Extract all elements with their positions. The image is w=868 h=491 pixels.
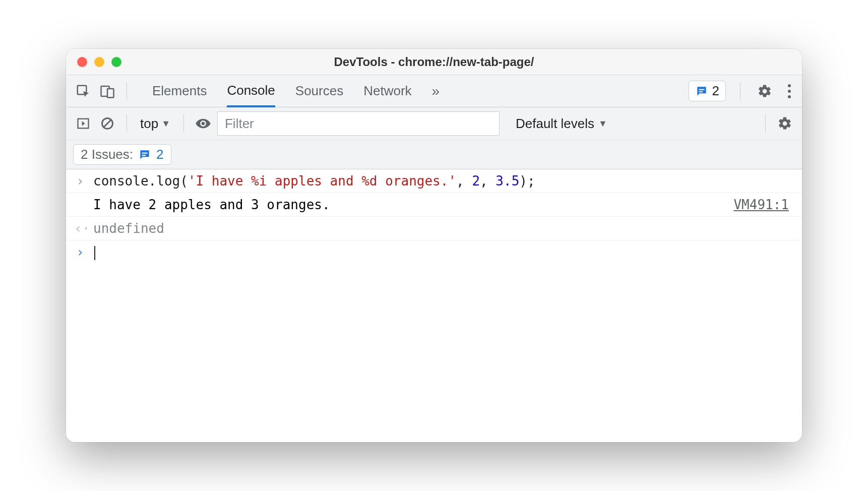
devtools-window: DevTools - chrome://new-tab-page/ Elemen… <box>66 49 802 442</box>
console-log-line: I have 2 apples and 3 oranges. VM491:1 <box>66 193 802 217</box>
titlebar: DevTools - chrome://new-tab-page/ <box>66 49 802 75</box>
divider <box>740 82 740 100</box>
svg-rect-4 <box>699 91 703 92</box>
tab-sources[interactable]: Sources <box>295 75 343 107</box>
console-prompt-input[interactable] <box>93 244 794 260</box>
issues-count: 2 <box>156 147 163 162</box>
traffic-lights <box>77 57 121 67</box>
tab-network[interactable]: Network <box>363 75 411 107</box>
device-toolbar-icon[interactable] <box>97 81 117 101</box>
source-link[interactable]: VM491:1 <box>733 197 794 212</box>
issues-summary[interactable]: 2 Issues: 2 <box>73 144 171 165</box>
code-number: 2 <box>472 173 480 189</box>
console-input-line[interactable]: › console.log('I have %i apples and %d o… <box>66 169 802 193</box>
live-expression-icon[interactable] <box>193 113 213 134</box>
tab-elements[interactable]: Elements <box>152 75 207 107</box>
console-prompt-line[interactable]: › <box>66 240 802 264</box>
svg-line-7 <box>104 120 111 127</box>
console-input-code: console.log('I have %i apples and %d ora… <box>93 173 794 189</box>
issues-count: 2 <box>712 83 719 99</box>
chat-icon <box>695 85 708 98</box>
tab-console[interactable]: Console <box>227 75 275 107</box>
levels-label: Default levels <box>516 116 594 132</box>
settings-icon[interactable] <box>755 81 775 101</box>
input-chevron-icon: › <box>74 173 86 189</box>
code-string: 'I have %i apples and %d oranges.' <box>188 173 456 189</box>
tabbar-right-tools: 2 <box>689 81 795 101</box>
prompt-chevron-icon: › <box>74 244 86 260</box>
console-settings-icon[interactable] <box>775 113 795 134</box>
console-toolbar-issues-row: 2 Issues: 2 <box>66 140 802 169</box>
divider <box>127 82 127 100</box>
svg-rect-2 <box>107 89 114 98</box>
toggle-sidebar-icon[interactable] <box>73 113 93 134</box>
return-chevron-icon: ‹· <box>74 221 86 236</box>
issues-indicator[interactable]: 2 <box>689 81 726 101</box>
code-number: 3.5 <box>495 173 519 189</box>
return-value: undefined <box>93 221 794 236</box>
divider <box>127 114 127 133</box>
console-toolbar: top ▼ Default levels ▼ 2 Issues: <box>66 107 802 169</box>
log-levels-selector[interactable]: Default levels ▼ <box>516 116 607 132</box>
window-title: DevTools - chrome://new-tab-page/ <box>66 55 802 69</box>
filter-input[interactable] <box>217 111 500 136</box>
chevron-down-icon: ▼ <box>161 118 170 129</box>
console-output: › console.log('I have %i apples and %d o… <box>66 169 802 442</box>
svg-rect-8 <box>142 152 148 153</box>
code-paren-close: ); <box>519 173 535 189</box>
log-message: I have 2 apples and 3 oranges. <box>93 197 726 212</box>
code-comma: , <box>480 173 488 189</box>
close-window-button[interactable] <box>77 57 87 67</box>
code-paren-open: ( <box>180 173 188 189</box>
main-tabbar: Elements Console Sources Network » 2 <box>66 75 802 107</box>
divider <box>183 114 184 133</box>
code-comma: , <box>456 173 464 189</box>
more-options-icon[interactable] <box>784 84 795 98</box>
svg-rect-3 <box>699 89 704 90</box>
more-tabs-button[interactable]: » <box>432 83 440 99</box>
console-toolbar-row: top ▼ Default levels ▼ <box>66 107 802 140</box>
chevron-down-icon: ▼ <box>598 118 607 129</box>
console-return-line: ‹· undefined <box>66 217 802 240</box>
chat-icon <box>138 148 151 161</box>
zoom-window-button[interactable] <box>111 57 121 67</box>
svg-rect-9 <box>142 155 146 156</box>
panel-tabs: Elements Console Sources Network » <box>152 75 685 107</box>
clear-console-icon[interactable] <box>97 113 117 134</box>
divider <box>765 114 766 133</box>
minimize-window-button[interactable] <box>94 57 104 67</box>
inspect-element-icon[interactable] <box>73 81 93 101</box>
code-method: console.log <box>93 173 180 189</box>
text-cursor <box>94 246 95 260</box>
context-label: top <box>140 116 158 132</box>
execution-context-selector[interactable]: top ▼ <box>136 116 174 132</box>
issues-label: 2 Issues: <box>81 147 133 162</box>
